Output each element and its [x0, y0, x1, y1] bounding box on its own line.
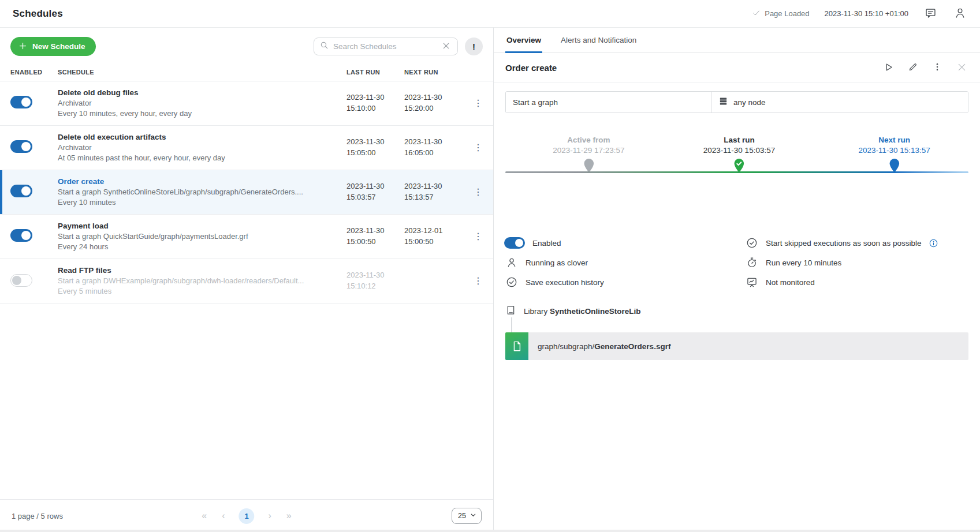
enabled-toggle[interactable]: [10, 140, 32, 153]
detail-tabs: Overview Alerts and Notification: [494, 28, 980, 53]
settings-grid: Enabled Running as clover: [505, 233, 968, 292]
row-menu-button[interactable]: ⋮: [471, 185, 485, 199]
user-menu-button[interactable]: [953, 6, 967, 22]
stopwatch-icon: [746, 257, 758, 268]
graph-file-icon: [505, 332, 528, 360]
setting-running-as: Running as clover: [505, 253, 728, 272]
new-schedule-label: New Schedule: [32, 42, 85, 51]
chat-icon: [925, 7, 937, 21]
library-row: Library SyntheticOnlineStoreLib: [505, 305, 968, 317]
edit-button[interactable]: [907, 61, 919, 75]
schedule-subtitle: Start a graph SyntheticOnlineStoreLib/gr…: [58, 187, 346, 197]
user-icon: [954, 7, 966, 21]
row-menu-button[interactable]: ⋮: [471, 141, 485, 155]
next-run-cell: 2023-12-0115:00:50: [404, 226, 468, 248]
row-menu-button[interactable]: ⋮: [471, 230, 485, 243]
tab-overview[interactable]: Overview: [505, 28, 542, 53]
last-run-cell: 2023-11-3015:03:57: [346, 181, 404, 203]
user-icon: [505, 257, 518, 268]
next-run-cell: 2023-11-3015:13:57: [404, 181, 468, 203]
clear-search-button[interactable]: [440, 40, 452, 54]
kebab-icon: [932, 62, 942, 74]
check-circle-icon: [505, 276, 518, 288]
schedule-title: Read FTP files: [58, 266, 346, 275]
row-menu-button[interactable]: ⋮: [471, 274, 485, 288]
schedule-period: Every 5 minutes: [58, 286, 346, 297]
list-toolbar: New Schedule !: [0, 28, 493, 63]
monitor-icon: [746, 276, 758, 288]
schedule-period: At 05 minutes past the hour, every hour,…: [58, 153, 346, 163]
status-text: Page Loaded: [765, 9, 809, 18]
book-icon: [505, 305, 516, 317]
library-connector: [511, 317, 512, 332]
more-actions-button[interactable]: [931, 61, 944, 75]
node-select[interactable]: any node: [711, 92, 968, 113]
last-run-cell: 2023-11-3015:00:50: [346, 226, 404, 248]
new-schedule-button[interactable]: New Schedule: [10, 37, 96, 56]
close-icon: [956, 62, 967, 74]
schedule-title: Order create: [58, 177, 346, 186]
pagination-summary: 1 page / 5 rows: [12, 512, 63, 520]
col-header-last-run: LAST RUN: [346, 69, 404, 76]
top-bar: Schedules Page Loaded 2023-11-30 15:10 +…: [0, 0, 980, 28]
setting-save-history: Save execution history: [505, 272, 728, 292]
detail-title: Order create: [505, 63, 557, 73]
last-run-cell: 2023-11-3015:10:00: [346, 92, 404, 114]
panel-bottom-strip: [0, 530, 980, 532]
search-input[interactable]: [333, 42, 440, 51]
run-timeline: Active from 2023-11-29 17:23:57 Last run…: [505, 137, 968, 173]
setting-not-monitored: Not monitored: [746, 272, 968, 292]
col-header-enabled: ENABLED: [10, 69, 58, 76]
row-menu-button[interactable]: ⋮: [471, 96, 485, 110]
library-prefix: Library: [524, 307, 547, 316]
schedule-period: Every 10 minutes: [58, 197, 346, 208]
table-row[interactable]: Delete old execution artifacts Archivato…: [0, 126, 493, 170]
run-now-button[interactable]: [882, 61, 895, 76]
enabled-toggle-off[interactable]: [10, 274, 32, 287]
play-icon: [883, 62, 894, 74]
graph-path-prefix: graph/subgraph/: [538, 342, 594, 351]
tab-alerts-and-notification[interactable]: Alerts and Notification: [560, 28, 638, 53]
table-row[interactable]: Delete old debug files Archivator Every …: [0, 81, 493, 126]
schedule-subtitle: Start a graph DWHExample/graph/subgraph/…: [58, 276, 346, 286]
enabled-toggle[interactable]: [10, 229, 32, 242]
trigger-type-select[interactable]: Start a graph: [506, 92, 711, 113]
server-timestamp: 2023-11-30 15:10 +01:00: [825, 9, 908, 18]
enabled-toggle[interactable]: [504, 237, 525, 249]
validation-alert-button[interactable]: !: [465, 38, 483, 55]
library-name: SyntheticOnlineStoreLib: [550, 307, 641, 316]
plus-icon: [18, 42, 27, 52]
feedback-button[interactable]: [923, 6, 938, 22]
col-header-next-run: NEXT RUN: [404, 69, 468, 76]
table-row-disabled[interactable]: Read FTP files Start a graph DWHExample/…: [0, 259, 493, 304]
timeline-last-run: Last run 2023-11-30 15:03:57: [703, 136, 775, 173]
enabled-toggle[interactable]: [10, 185, 32, 197]
table-header: ENABLED SCHEDULE LAST RUN NEXT RUN: [0, 63, 493, 81]
enabled-toggle[interactable]: [10, 96, 32, 108]
detail-content: Start a graph any node Active from 2023-…: [494, 83, 980, 532]
schedule-title: Delete old execution artifacts: [58, 133, 346, 141]
current-page[interactable]: 1: [239, 508, 255, 524]
page-size-select[interactable]: 25: [452, 508, 482, 524]
trigger-row: Start a graph any node: [505, 91, 968, 113]
schedule-subtitle: Archivator: [58, 143, 346, 153]
last-page-button[interactable]: »: [285, 509, 293, 522]
schedule-period: Every 24 hours: [58, 242, 346, 252]
info-icon[interactable]: [929, 238, 938, 248]
check-icon: [752, 9, 761, 19]
graph-file-bar[interactable]: graph/subgraph/GenerateOrders.sgrf: [505, 332, 968, 360]
search-box: [314, 38, 458, 55]
chevron-down-icon: [470, 512, 476, 520]
table-row-selected[interactable]: Order create Start a graph SyntheticOnli…: [0, 170, 493, 215]
setting-start-skipped: Start skipped executions as soon as poss…: [746, 233, 968, 253]
first-page-button[interactable]: «: [200, 509, 208, 522]
next-run-cell: 2023-11-3016:05:00: [404, 137, 468, 159]
close-panel-button[interactable]: [955, 61, 968, 76]
prev-page-button[interactable]: ‹: [221, 509, 226, 522]
check-circle-icon: [746, 237, 758, 249]
server-stack-icon: [718, 96, 728, 108]
status-indicator: Page Loaded: [752, 9, 809, 19]
next-page-button[interactable]: ›: [267, 509, 273, 522]
table-row[interactable]: Payment load Start a graph QuickStartGui…: [0, 215, 493, 259]
pagination-bar: 1 page / 5 rows « ‹ 1 › » 25: [0, 499, 493, 532]
